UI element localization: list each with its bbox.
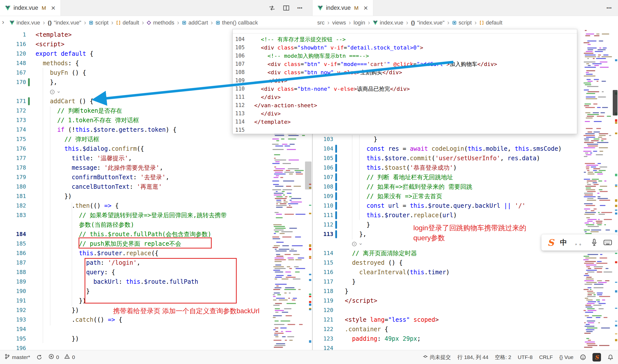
code-line[interactable]: 174 if (!this.$store.getters.token) { (0, 125, 270, 134)
code-line[interactable]: 167 buyFn () { (0, 68, 270, 78)
breadcrumb-item[interactable]: script (452, 20, 472, 26)
code-line[interactable]: 179 confirmButtonText: '去登录', (0, 172, 270, 182)
feedback-smiley-icon[interactable] (580, 354, 586, 360)
line-number[interactable]: 189 (0, 277, 26, 286)
breadcrumb-item[interactable]: addCart (182, 20, 208, 26)
line-number[interactable]: 174 (0, 125, 26, 134)
line-number[interactable]: 124 (313, 344, 333, 350)
code-line[interactable]: 114</template> (233, 118, 577, 126)
sogou-logo[interactable]: S (547, 237, 554, 248)
line-number[interactable]: 106 (233, 52, 248, 60)
code-line[interactable]: 170 }, (0, 78, 270, 87)
line-number[interactable]: 107 (233, 60, 248, 68)
code-line[interactable]: 104 <!-- 有库存才显示提交按钮 --> (233, 35, 577, 44)
code-line[interactable]: 119</script> (313, 296, 582, 306)
more-actions-icon[interactable]: ··· (297, 4, 302, 12)
breadcrumb-item[interactable]: login (354, 20, 365, 26)
line-number[interactable]: 112 (313, 220, 333, 230)
line-number[interactable]: 112 (233, 101, 248, 110)
line-number[interactable]: 115 (233, 126, 248, 134)
code-line[interactable]: 116 clearInterval(this.timer) (313, 268, 582, 277)
line-number[interactable]: 183 (0, 210, 26, 220)
line-number[interactable]: 185 (0, 239, 26, 248)
code-line[interactable]: 109 // 如果没有 =>正常去首页 (313, 192, 582, 201)
code-line[interactable]: 177 title: '温馨提示', (0, 154, 270, 163)
code-line[interactable]: 118} (313, 286, 582, 296)
code-line[interactable]: 109 </div> (233, 76, 577, 85)
code-line[interactable]: 参数(当前路径参数) (0, 220, 270, 230)
line-number[interactable]: 105 (233, 44, 248, 52)
breadcrumb-item[interactable]: src (317, 20, 325, 26)
code-line[interactable]: 120 (313, 306, 582, 315)
line-number[interactable]: 184 (0, 230, 26, 239)
code-line[interactable]: 180 cancelButtonText: '再逛逛' (0, 182, 270, 192)
breadcrumb-item[interactable]: {}"index.vue" (48, 20, 81, 26)
chevron-down-icon[interactable]: › (356, 242, 366, 246)
line-number[interactable]: 111 (313, 210, 333, 220)
code-line[interactable]: 107 <div class="btn" v-if="mode==='cart'… (233, 60, 577, 68)
microphone-icon[interactable] (591, 239, 597, 246)
line-number[interactable]: 172 (0, 106, 26, 116)
code-line[interactable]: 120export default { (0, 49, 270, 58)
errors-item[interactable]: 0 0 (49, 354, 75, 360)
line-number[interactable]: 116 (313, 268, 333, 277)
line-number[interactable]: 195 (0, 334, 26, 344)
breadcrumb-item[interactable]: script (89, 20, 109, 26)
line-number[interactable]: 123 (313, 334, 333, 344)
code-line[interactable]: 176 this.$dialog.confirm({ (0, 144, 270, 154)
line-number[interactable]: 171 (0, 96, 26, 106)
keyboard-icon[interactable] (603, 239, 612, 246)
line-number[interactable] (313, 239, 333, 248)
line-number[interactable]: 148 (0, 58, 26, 68)
sogou-taskbar-icon[interactable]: S (592, 353, 601, 362)
code-line[interactable]: 182 .then(() => { (0, 201, 270, 210)
eol-sequence[interactable]: CRLF (539, 354, 553, 360)
line-number[interactable]: 192 (0, 306, 26, 315)
line-number[interactable]: 193 (0, 315, 26, 324)
scrollbar-thumb[interactable] (305, 162, 312, 190)
encoding[interactable]: UTF-8 (518, 354, 533, 360)
line-number[interactable]: 173 (0, 116, 26, 125)
line-number[interactable]: 180 (0, 182, 26, 192)
line-number[interactable] (0, 87, 26, 96)
code-line[interactable]: 111 this.$router.replace(url) (313, 210, 582, 220)
line-number[interactable]: 120 (0, 49, 26, 58)
code-line[interactable]: 172 // 判断token是否存在 (0, 106, 270, 116)
ime-punctuation-toggle[interactable]: ，。 (573, 238, 585, 246)
chevron-down-icon[interactable]: › (54, 90, 63, 94)
line-number[interactable]: 113 (313, 230, 333, 239)
language-mode[interactable]: {} Vue (559, 354, 573, 360)
close-icon[interactable]: × (51, 4, 56, 12)
scrollbar-thumb[interactable] (613, 90, 617, 116)
ime-language-toggle[interactable]: 中 (560, 238, 567, 247)
code-line[interactable]: 122.container { (313, 324, 582, 334)
line-number[interactable]: 170 (0, 78, 26, 87)
code-line[interactable]: 183 // 如果希望跳转到登录=>登录后回弹回来,跳转去携带 (0, 210, 270, 220)
code-line[interactable]: 106 this.$toast('恭喜登录成功') (313, 163, 582, 172)
line-number[interactable]: 118 (313, 286, 333, 296)
breadcrumb-item[interactable]: default (479, 20, 502, 26)
bell-icon[interactable] (607, 354, 613, 360)
line-number[interactable]: 178 (0, 163, 26, 172)
code-line[interactable]: 117 } (313, 277, 582, 286)
line-number[interactable]: 103 (313, 134, 333, 144)
tab-index-vue-left[interactable]: index.vue M × (0, 0, 61, 16)
line-number[interactable]: 167 (0, 68, 26, 78)
code-line[interactable]: 173 // 1.token不存在 弹对话框 (0, 116, 270, 125)
code-line[interactable]: 189 backUrl: this.$route.fullPath (0, 277, 270, 286)
minimap[interactable] (582, 29, 614, 350)
code-line[interactable]: › (0, 87, 270, 96)
close-icon[interactable]: × (364, 4, 368, 12)
code-line[interactable]: 1<template> (0, 30, 270, 40)
code-line[interactable]: 111 </div> (233, 93, 577, 101)
line-number[interactable]: 105 (313, 154, 333, 163)
code-line[interactable]: 116<script> (0, 40, 270, 49)
commit-status-item[interactable]: 尚未提交 (423, 354, 451, 361)
cursor-position[interactable]: 行 184, 列 44 (457, 354, 488, 361)
code-line[interactable]: 108 <div class="btn now" v-else>立刻购买</di… (233, 68, 577, 76)
code-line[interactable]: 121<style lang="less" scoped> (313, 315, 582, 324)
line-number[interactable]: 114 (313, 248, 333, 258)
line-number[interactable]: 194 (0, 324, 26, 334)
code-line[interactable]: 181 }) (0, 192, 270, 201)
line-number[interactable]: 121 (313, 315, 333, 324)
